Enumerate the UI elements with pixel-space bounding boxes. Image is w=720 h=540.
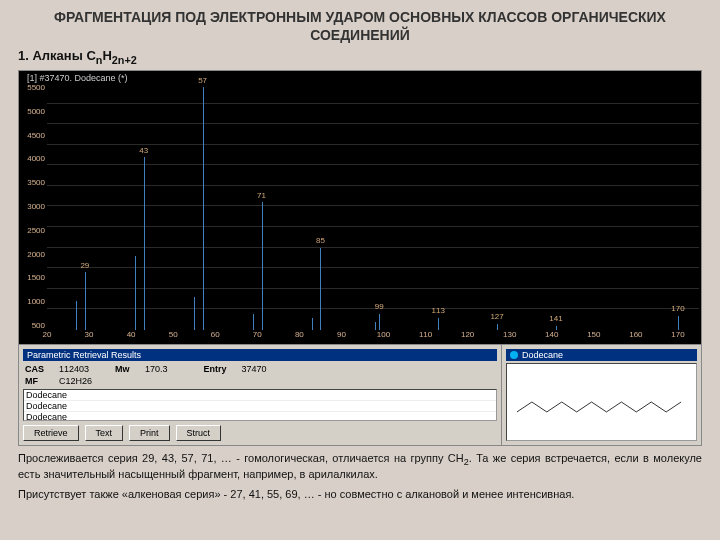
text-button[interactable]: Text	[85, 425, 124, 441]
cas-value: 112403	[59, 364, 89, 374]
chart-header: [1] #37470. Dodecane (*)	[23, 73, 132, 83]
plot-area: 294357718599113127141170	[47, 83, 699, 330]
structure-title: Dodecane	[522, 350, 563, 360]
lower-pane: Parametric Retrieval Results CAS 112403 …	[19, 345, 701, 445]
body-paragraph-1: Прослеживается серия 29, 43, 57, 71, … -…	[0, 446, 720, 482]
cas-label: CAS	[25, 364, 53, 374]
entry-value: 37470	[242, 364, 267, 374]
mf-value: C12H26	[59, 376, 92, 386]
molecule-icon	[507, 364, 696, 440]
y-axis: 5500500045004000350030002500200015001000…	[19, 83, 45, 330]
formula-h: H	[102, 48, 111, 63]
x-axis: 2030405060708090100110120130140150160170	[47, 330, 699, 344]
mf-label: MF	[25, 376, 53, 386]
spectrum-chart[interactable]: [1] #37470. Dodecane (*) 550050004500400…	[19, 71, 701, 345]
mw-value: 170.3	[145, 364, 168, 374]
structure-panel: Dodecane	[501, 345, 701, 445]
retrieve-button[interactable]: Retrieve	[23, 425, 79, 441]
structure-view[interactable]	[506, 363, 697, 441]
subtitle: 1. Алканы CnH2n+2	[0, 46, 720, 70]
results-list[interactable]: DodecaneDodecaneDodecane	[23, 389, 497, 421]
spectrum-app-window: [1] #37470. Dodecane (*) 550050004500400…	[18, 70, 702, 446]
formula-sub-2n2: 2n+2	[112, 54, 137, 66]
structure-header: Dodecane	[506, 349, 697, 361]
body-paragraph-2: Присутствует также «алкеновая серия» - 2…	[0, 482, 720, 502]
entry-label: Entry	[204, 364, 236, 374]
struct-button[interactable]: Struct	[176, 425, 222, 441]
structure-dot-icon	[510, 351, 518, 359]
mw-label: Mw	[115, 364, 139, 374]
info-header: Parametric Retrieval Results	[23, 349, 497, 361]
body-text-1a: Прослеживается серия 29, 43, 57, 71, … -…	[18, 452, 464, 464]
slide-title: ФРАГМЕНТАЦИЯ ПОД ЭЛЕКТРОННЫМ УДАРОМ ОСНО…	[0, 0, 720, 46]
info-panel: Parametric Retrieval Results CAS 112403 …	[19, 345, 501, 445]
print-button[interactable]: Print	[129, 425, 170, 441]
subtitle-prefix: 1. Алканы C	[18, 48, 96, 63]
